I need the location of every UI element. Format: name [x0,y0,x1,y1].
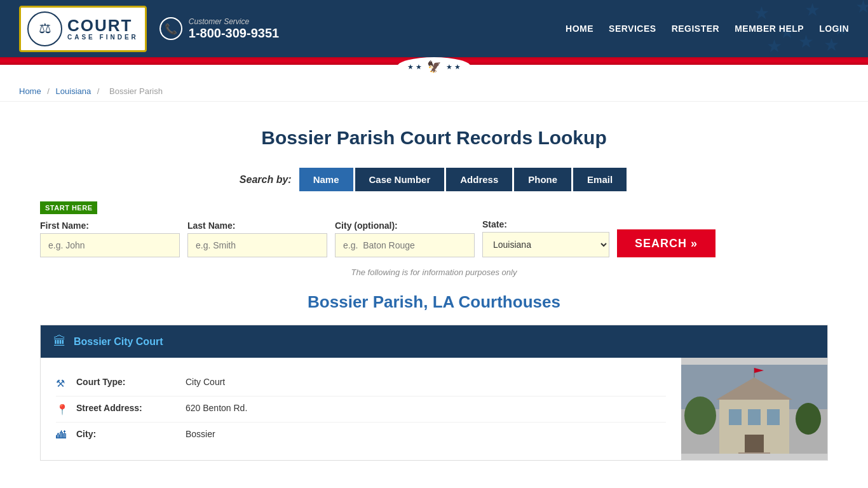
nav-register[interactable]: REGISTER [672,24,720,34]
courthouse-details: ⚒ Court Type: City Court 📍 Street Addres… [41,358,681,460]
nav-services[interactable]: SERVICES [609,24,656,34]
breadcrumb: Home / Louisiana / Bossier Parish [0,75,868,102]
court-type-value: City Court [186,377,225,387]
logo-court-label: COURT [67,17,139,34]
svg-text:★: ★ [855,0,868,17]
last-name-field-group: Last Name: [187,220,327,257]
star-right: ★ ★ [446,63,461,71]
detail-row-city: 🏙 City: Bossier [56,423,666,447]
tab-case-number[interactable]: Case Number [355,168,445,191]
courthouse-image-placeholder [681,365,827,454]
wave-bar: ★ ★ 🦅 ★ ★ [0,57,868,65]
page-title: Bossier Parish Court Records Lookup [40,127,828,149]
customer-service-label: Customer Service [189,17,279,26]
last-name-label: Last Name: [187,220,327,231]
svg-text:★: ★ [824,35,839,55]
city-detail-label: City: [76,429,178,439]
courthouse-card-bossier-city: 🏛 Bossier City Court ⚒ Court Type: City … [40,325,828,461]
svg-point-10 [684,396,716,435]
breadcrumb-state[interactable]: Louisiana [56,86,92,96]
street-address-label: Street Address: [76,403,178,413]
detail-row-address: 📍 Street Address: 620 Benton Rd. [56,396,666,423]
tab-email[interactable]: Email [573,168,627,191]
courthouse-card-header: 🏛 Bossier City Court [41,325,827,358]
site-header: ★ ★ ★ ★ ★ ★ ★ ★ ⚖ COURT CASE FINDER 📞 Cu… [0,0,868,57]
svg-rect-17 [745,435,764,454]
star-left: ★ ★ [407,63,422,71]
site-logo: ⚖ COURT CASE FINDER [19,6,147,52]
city-detail-value: Bossier [186,429,215,439]
breadcrumb-current: Bossier Parish [109,86,163,96]
tab-phone[interactable]: Phone [514,168,571,191]
phone-icon: 📞 [159,17,182,40]
svg-point-11 [796,403,821,435]
first-name-label: First Name: [40,220,180,231]
state-field-group: State: AlabamaAlaskaArizonaArkansasCalif… [482,219,609,257]
nav-login[interactable]: LOGIN [819,24,849,34]
header-logo-area: ⚖ COURT CASE FINDER 📞 Customer Service 1… [19,6,279,52]
svg-rect-18 [738,452,770,454]
logo-text: COURT CASE FINDER [67,17,139,41]
search-by-row: Search by: Name Case Number Address Phon… [40,168,828,191]
street-address-value: 620 Benton Rd. [186,403,247,413]
city-label: City (optional): [335,220,475,231]
header-nav: HOME SERVICES REGISTER MEMBER HELP LOGIN [566,24,849,34]
detail-row-type: ⚒ Court Type: City Court [56,370,666,396]
courthouse-image [681,358,827,460]
last-name-input[interactable] [187,233,327,257]
search-fields: First Name: Last Name: City (optional): … [40,219,828,257]
tab-name[interactable]: Name [299,168,353,191]
city-icon: 🏙 [56,430,69,441]
svg-text:★: ★ [804,0,820,20]
svg-text:★: ★ [766,36,782,56]
logo-emblem-icon: ⚖ [27,11,62,46]
svg-rect-14 [729,409,742,425]
search-by-label: Search by: [240,174,292,186]
search-button[interactable]: SEARCH » [617,229,715,257]
tab-address[interactable]: Address [446,168,512,191]
phone-number: 1-800-309-9351 [189,26,279,41]
search-section: Search by: Name Case Number Address Phon… [40,168,828,277]
first-name-input[interactable] [40,233,180,257]
svg-text:★: ★ [798,32,814,51]
breadcrumb-home[interactable]: Home [19,86,41,96]
gavel-icon: ⚒ [56,377,69,390]
logo-case-finder-label: CASE FINDER [67,34,139,41]
nav-member-help[interactable]: MEMBER HELP [735,24,804,34]
breadcrumb-sep-2: / [97,86,102,96]
city-field-group: City (optional): [335,220,475,257]
courthouse-icon: 🏛 [53,334,66,349]
start-here-badge: START HERE [40,201,97,214]
courthouses-title: Bossier Parish, LA Courthouses [40,292,828,312]
state-select[interactable]: AlabamaAlaskaArizonaArkansasCaliforniaCo… [482,232,609,257]
phone-details: Customer Service 1-800-309-9351 [189,17,279,41]
state-label: State: [482,219,609,229]
svg-text:★: ★ [754,3,770,23]
courthouse-name-link[interactable]: Bossier City Court [74,336,163,348]
main-content: Bossier Parish Court Records Lookup Sear… [21,102,847,486]
svg-rect-15 [748,409,761,425]
eagle-badge: ★ ★ 🦅 ★ ★ [397,57,471,76]
nav-home[interactable]: HOME [566,24,593,34]
info-note: The following is for information purpose… [40,268,828,277]
court-type-label: Court Type: [76,377,178,387]
location-icon: 📍 [56,403,69,416]
breadcrumb-sep-1: / [47,86,51,96]
first-name-field-group: First Name: [40,220,180,257]
city-input[interactable] [335,233,475,257]
eagle-icon: 🦅 [427,60,441,74]
header-phone-area: 📞 Customer Service 1-800-309-9351 [159,17,279,41]
svg-rect-16 [767,409,780,425]
courthouse-card-body: ⚒ Court Type: City Court 📍 Street Addres… [41,358,827,460]
